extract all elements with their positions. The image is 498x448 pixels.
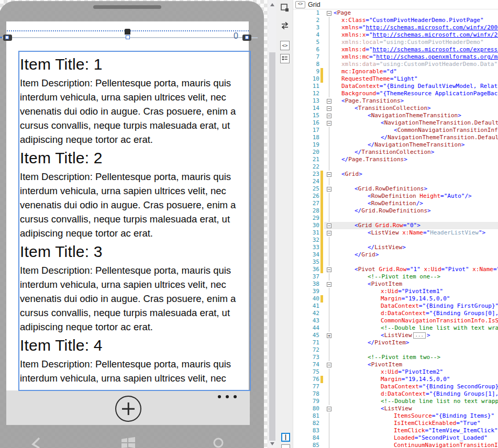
outlining-margin[interactable] [324,156,334,163]
code-line[interactable]: 8xmlns:data="using:CustomPivotHeaderDemo… [293,61,498,68]
code-line[interactable]: 38−<PivotItem [293,281,498,288]
xaml-code-editor[interactable]: <> Grid 1−<Page2x:Class="CustomPivotHead… [293,0,498,448]
outlining-margin[interactable] [324,442,334,448]
code-line[interactable]: 25−<Grid.RowDefinitions> [293,185,498,193]
outlining-margin[interactable] [324,244,334,251]
outlining-margin[interactable]: − [324,97,334,105]
outlining-margin[interactable] [324,90,334,97]
outlining-margin[interactable] [324,434,334,442]
code-line[interactable]: 34</Grid> [293,251,498,259]
outlining-margin[interactable] [324,412,334,420]
outlining-margin[interactable] [324,163,334,171]
outlining-margin[interactable] [324,75,334,83]
collapse-region-icon[interactable]: − [327,407,331,411]
outlining-margin[interactable] [324,368,334,376]
outlining-margin[interactable]: − [324,266,334,273]
outlining-margin[interactable] [324,46,334,53]
outlining-margin[interactable] [324,61,334,68]
outlining-margin[interactable]: − [324,112,334,119]
scrollbar-thumb[interactable] [269,52,275,441]
code-line[interactable]: 44<!--Double line list with text wrapp [293,324,498,332]
code-line[interactable]: 20</TransitionCollection> [293,149,498,156]
outlining-margin[interactable]: − [324,9,334,17]
outlining-margin[interactable] [324,346,334,354]
xaml-view-icon[interactable]: <> [280,41,290,50]
code-line[interactable]: 43CommonNavigationTransitionInfo.IsSta [293,317,498,324]
code-line[interactable]: 3xmlns="http://schemas.microsoft.com/win… [293,24,498,31]
float-window-icon[interactable] [280,3,290,13]
selection-rectangle[interactable] [18,51,251,391]
outlining-margin[interactable]: − [324,229,334,237]
designer-scrollbar[interactable] [268,0,276,448]
code-line[interactable]: 14−<TransitionCollection> [293,105,498,112]
code-line[interactable]: 33</ListView> [293,244,498,251]
outlining-margin[interactable] [324,310,334,317]
code-line[interactable]: 82IsItemClickEnabled="True" [293,420,498,427]
code-line[interactable]: 11DataContext="{Binding DefaultViewModel… [293,83,498,90]
code-line[interactable]: 4xmlns:x="http://schemas.microsoft.com/w… [293,31,498,39]
xaml-designer-surface[interactable]: Item Title: 1Item Description: Pellentes… [0,0,268,448]
outlining-margin[interactable] [324,383,334,390]
vertical-split-icon[interactable] [281,433,290,442]
outlining-margin[interactable] [324,31,334,39]
outlining-margin[interactable]: − [324,185,334,193]
code-line[interactable]: 26<RowDefinition Height="Auto"/> [293,193,498,200]
outlining-margin[interactable]: − [324,281,334,288]
collapse-region-icon[interactable]: − [327,223,331,228]
outlining-margin[interactable] [324,134,334,141]
scroll-down-arrow-icon[interactable] [270,442,274,445]
collapse-region-icon[interactable]: − [327,282,331,287]
code-line[interactable]: 42d:DataContext="{Binding Groups[0], S [293,310,498,317]
outlining-margin[interactable]: − [324,405,334,412]
code-line[interactable]: 10RequestedTheme="Light" [293,75,498,83]
code-line[interactable]: 27<RowDefinition/> [293,200,498,207]
outlining-margin[interactable] [324,251,334,259]
code-line[interactable]: 45+<ListView...> [293,332,498,339]
code-line[interactable]: 40Margin="19,14.5,0,0" [293,295,498,303]
outlining-margin[interactable] [324,317,334,324]
code-line[interactable]: 22 [293,163,498,171]
breadcrumb-label[interactable]: Grid [308,1,320,8]
outlining-margin[interactable] [324,207,334,215]
outlining-margin[interactable] [324,215,334,222]
collapse-region-icon[interactable]: − [327,121,331,126]
code-line[interactable]: 23−<Grid> [293,171,498,178]
outlining-margin[interactable]: − [324,222,334,229]
outlining-margin[interactable] [324,127,334,134]
outlining-margin[interactable] [324,420,334,427]
outlining-margin[interactable] [324,237,334,244]
code-line[interactable]: 37<!--Pivot item one--> [293,273,498,281]
code-line[interactable]: 72 [293,346,498,354]
code-line[interactable]: 5xmlns:local="using:CustomPivotHeaderDem… [293,39,498,46]
code-line[interactable]: 39x:Uid="PivotItem1" [293,288,498,295]
outlining-margin[interactable]: − [324,171,334,178]
code-line[interactable]: 15−<NavigationThemeTransition> [293,112,498,119]
outlining-margin[interactable] [324,398,334,405]
collapse-region-icon[interactable]: − [327,267,331,272]
outlining-margin[interactable] [324,17,334,24]
code-area[interactable]: 1−<Page2x:Class="CustomPivotHeaderDemo.P… [293,9,498,448]
row-resize-handle-left[interactable] [3,35,12,41]
collapse-region-icon[interactable]: − [327,363,331,367]
row-resize-handle-right[interactable] [242,35,251,41]
code-line[interactable]: 28</Grid.RowDefinitions> [293,207,498,215]
outlining-margin[interactable] [324,288,334,295]
code-line[interactable]: 21</Page.Transitions> [293,156,498,163]
collapse-region-icon[interactable]: − [327,187,331,192]
outlining-margin[interactable]: + [324,332,334,339]
outlining-margin[interactable] [324,39,334,46]
code-line[interactable]: 32 [293,237,498,244]
code-line[interactable]: 80−<ListView [293,405,498,412]
code-line[interactable]: 1−<Page [293,9,498,17]
code-line[interactable]: 31−<ListView x:Name="HeaderListView"> [293,229,498,237]
document-outline-icon[interactable] [280,54,290,63]
code-line[interactable]: 84Loaded="SecondPivot_Loaded" [293,434,498,442]
code-line[interactable]: 6xmlns:d="http://schemas.microsoft.com/e… [293,46,498,53]
code-line[interactable]: 24 [293,178,498,185]
code-line[interactable]: 2x:Class="CustomPivotHeaderDemo.PivotPag… [293,17,498,24]
expand-region-icon[interactable]: + [327,333,331,338]
code-line[interactable]: 76Margin="19,14.5,0,0" [293,376,498,383]
code-line[interactable]: 29 [293,215,498,222]
row-anchor-handle[interactable] [126,35,130,39]
code-line[interactable]: 7xmlns:mc="http://schemas.openxmlformats… [293,53,498,61]
